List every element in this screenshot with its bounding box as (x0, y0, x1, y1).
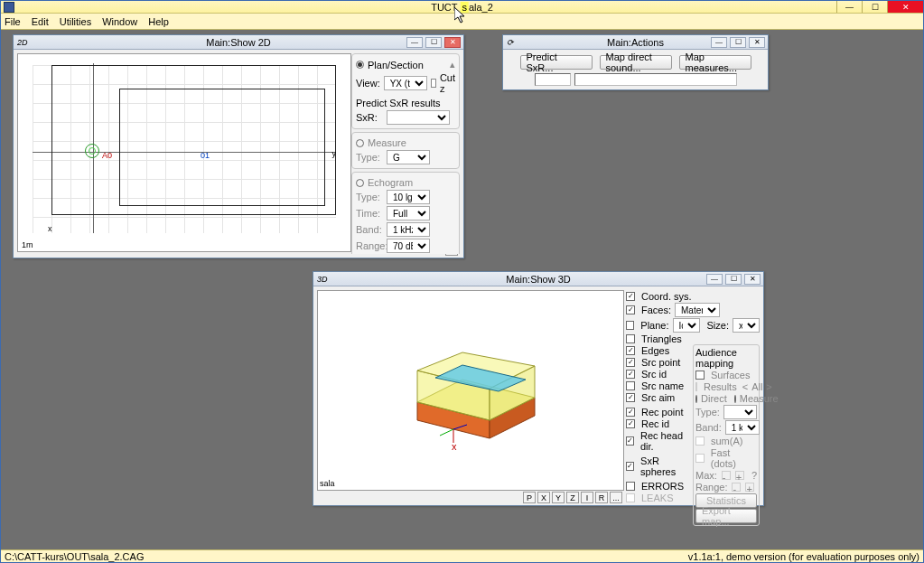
btn-more[interactable]: ... (610, 492, 622, 503)
btn-map-measures[interactable]: Map measures... (679, 55, 751, 70)
svg-line-8 (440, 429, 453, 436)
menu-utilities[interactable]: Utilities (60, 16, 91, 27)
select-measure-type[interactable]: G (387, 150, 430, 164)
btn-map-direct[interactable]: Map direct sound... (600, 55, 672, 70)
chk-srcid[interactable] (626, 370, 635, 379)
maximize-button[interactable]: ☐ (862, 1, 887, 13)
view3d-buttons: P X Y Z I R ... (523, 492, 622, 503)
menu-window[interactable]: Window (102, 16, 137, 27)
chk-plane[interactable] (626, 321, 634, 330)
min-2d[interactable]: — (406, 37, 423, 48)
radio-echogram[interactable] (356, 179, 364, 187)
close-2d[interactable]: ✕ (444, 37, 461, 48)
menu-help[interactable]: Help (148, 16, 169, 27)
chk-sxrspheres[interactable] (626, 462, 634, 471)
chk-recpoint[interactable] (626, 408, 635, 417)
chk-recid[interactable] (626, 419, 635, 428)
chk-edges[interactable] (626, 346, 635, 355)
lbl-echo-time: Time: (356, 208, 383, 219)
chk-srcpoint[interactable] (626, 358, 635, 367)
child-titlebar-2d[interactable]: 2D Main:Show 2D — ☐ ✕ (14, 35, 463, 50)
menu-edit[interactable]: Edit (32, 16, 49, 27)
chk-rechead[interactable] (626, 436, 634, 446)
btn-export-map: Export map... (695, 509, 757, 523)
menu-bar: File Edit Utilities Window Help (1, 14, 923, 30)
select-echo-time[interactable]: Full (387, 206, 430, 221)
min-3d[interactable]: — (706, 274, 723, 285)
lbl-max: Max: (695, 470, 717, 481)
menu-file[interactable]: File (5, 16, 21, 27)
btn-Y[interactable]: Y (552, 492, 565, 503)
btn-X[interactable]: X (537, 492, 550, 503)
window-actions: ⟳ Main:Actions — ☐ ✕ Predict SxR... Map … (502, 34, 769, 90)
plot-2d-canvas[interactable]: A0 01 y x 1m (17, 53, 351, 252)
lbl-srcaim: Src aim (641, 392, 675, 403)
axis-x-label: x (48, 224, 52, 233)
select-echo-range[interactable]: 70 dB (387, 239, 430, 253)
chk-srcaim[interactable] (626, 393, 635, 402)
select-echo-type[interactable]: 10 lg(E) (387, 190, 430, 204)
panel-2d: Plan/Section▴ View:YX (top)Cut z Predict… (351, 53, 460, 254)
title-actions: Main:Actions (607, 37, 664, 48)
lbl-fast: Fast (dots) (711, 447, 757, 469)
scale-1m: 1m (22, 240, 33, 249)
group-measure: Measure Type:G (351, 132, 460, 169)
icon-2d: 2D (17, 38, 28, 47)
lbl-measure: Measure (368, 137, 406, 148)
chk-faces[interactable] (626, 305, 635, 314)
child-titlebar-3d[interactable]: 3D Main:Show 3D — ☐ ✕ (313, 272, 763, 286)
chk-coord[interactable] (626, 292, 635, 301)
panel-3d: Coord. sys. Faces:Material Plane:IdsSize… (626, 290, 760, 502)
lbl-type-3d: Type: (695, 407, 720, 418)
btn-R[interactable]: R (595, 492, 608, 503)
lbl-all: All (751, 381, 762, 392)
close-3d[interactable]: ✕ (744, 274, 761, 285)
close-actions[interactable]: ✕ (749, 37, 765, 48)
btn-Z[interactable]: Z (566, 492, 579, 503)
lbl-results: Results (704, 381, 737, 392)
title-prefix: TUCT (431, 2, 460, 13)
chk-cutz[interactable] (431, 79, 436, 88)
minimize-button[interactable]: — (836, 1, 862, 13)
btn-predict-sxr[interactable]: Predict SxR... (520, 55, 593, 70)
lbl-errors: ERRORS (641, 481, 684, 492)
select-faces[interactable]: Material (675, 303, 720, 317)
select-echo-band[interactable]: 1 kHz (387, 222, 430, 237)
lbl-sxr: SxR: (356, 112, 383, 123)
receiver-label: 01 (201, 151, 210, 160)
chk-errors[interactable] (626, 482, 635, 491)
lbl-edges: Edges (641, 345, 669, 356)
lbl-sxrspheres: SxR spheres (640, 455, 691, 477)
source-marker (85, 144, 99, 158)
lbl-surfaces: Surfaces (711, 370, 750, 380)
select-size[interactable]: x 1 (733, 318, 760, 333)
max-2d[interactable]: ☐ (425, 37, 442, 48)
chk-surfaces[interactable] (695, 371, 705, 380)
chk-srcname[interactable] (626, 381, 635, 390)
lbl-leaks: LEAKS (641, 493, 673, 503)
btn-I[interactable]: I (581, 492, 593, 503)
select-sxr[interactable] (387, 110, 450, 125)
close-button[interactable]: ✕ (887, 1, 923, 13)
radio-plan-section[interactable] (356, 61, 364, 69)
svg-text:x: x (452, 441, 457, 452)
lbl-view: View: (356, 78, 380, 89)
lbl-size: Size: (707, 320, 729, 331)
icon-actions: ⟳ (507, 38, 518, 47)
btn-P[interactable]: P (523, 492, 536, 503)
chk-results (695, 382, 697, 391)
lbl-measure-3d: Measure (740, 393, 779, 404)
child-titlebar-actions[interactable]: ⟳ Main:Actions — ☐ ✕ (503, 35, 768, 50)
min-actions[interactable]: — (711, 37, 727, 48)
radio-measure[interactable] (356, 139, 364, 147)
max-actions[interactable]: ☐ (730, 37, 746, 48)
lbl-plan-section: Plan/Section (368, 60, 424, 70)
select-view[interactable]: YX (top) (384, 76, 427, 90)
chk-triangles[interactable] (626, 334, 635, 343)
lbl-recid: Rec id (641, 418, 669, 429)
progress-large (574, 73, 737, 86)
lbl-srcid: Src id (641, 369, 667, 380)
max-3d[interactable]: ☐ (725, 274, 742, 285)
select-plane[interactable]: Ids (673, 318, 700, 333)
view-3d-canvas[interactable]: x sala (317, 290, 624, 491)
